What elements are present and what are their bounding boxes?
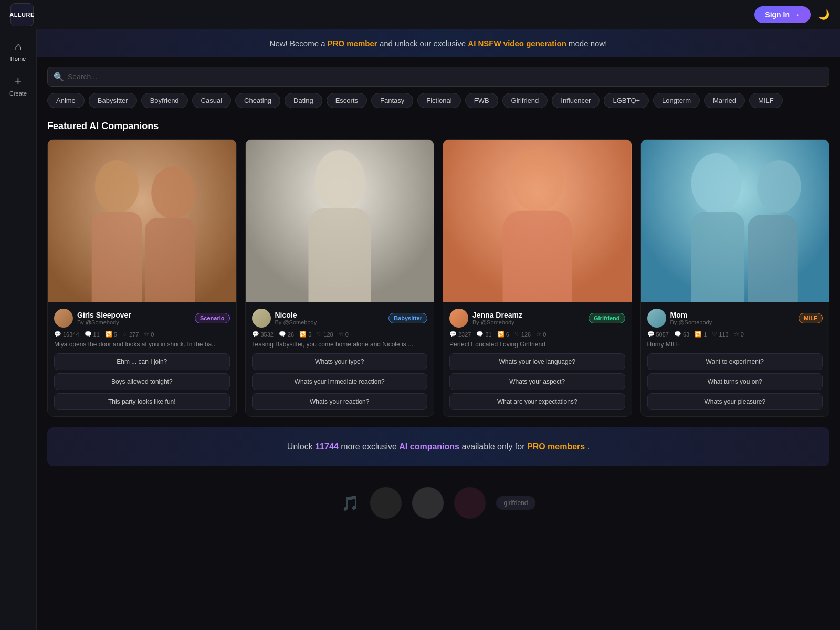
plus-icon: +	[15, 75, 22, 88]
tag-married[interactable]: Married	[704, 93, 745, 108]
card-by-3: By @Somebody	[472, 319, 522, 326]
stat-messages-4: 💬 5057	[647, 331, 669, 338]
card-desc-4: Horny MILF	[647, 341, 823, 348]
stat-stars-2: ☆ 0	[339, 331, 349, 338]
topbar-right: Sign In → 🌙	[754, 6, 830, 23]
card-stats-1: 💬 16344 🗨️ 11 🔁 5 ♡ 277 ☆ 0	[54, 331, 230, 338]
unlock-middle2: available only for	[461, 442, 527, 451]
unlock-middle: more exclusive	[341, 442, 399, 451]
prompt-3-0[interactable]: Whats your love language?	[449, 353, 625, 370]
card-2[interactable]: Nicole By @Somebody Babysitter 💬 3532 🗨️…	[245, 139, 435, 417]
card-header-1: Girls Sleepover By @Somebody Scenario	[54, 309, 230, 328]
card-image-1	[48, 140, 236, 302]
stat-messages-2: 💬 3532	[252, 331, 274, 338]
banner-pro: PRO member	[328, 39, 377, 48]
tag-cheating[interactable]: Cheating	[235, 93, 280, 108]
banner-nsfw: AI NSFW video generation	[468, 39, 566, 48]
prompt-3-1[interactable]: Whats your aspect?	[449, 373, 625, 390]
banner-middle: and unlock our exclusive	[380, 39, 468, 48]
card-badge-4: MILF	[799, 313, 823, 323]
tag-fwb[interactable]: FWB	[465, 93, 498, 108]
avatar-1	[54, 309, 73, 328]
search-input[interactable]	[47, 67, 830, 87]
main-content: New! Become a PRO member and unlock our …	[37, 29, 840, 630]
card-header-4: Mom By @Somebody MILF	[647, 309, 823, 328]
prompt-1-1[interactable]: Boys allowed tonight?	[54, 373, 230, 390]
card-3[interactable]: Jenna Dreamz By @Somebody Girlfriend 💬 2…	[443, 139, 632, 417]
tag-fantasy[interactable]: Fantasy	[371, 93, 413, 108]
card-by-1: By @Somebody	[77, 319, 131, 326]
svg-rect-10	[503, 211, 572, 302]
sidebar-item-home[interactable]: ⌂ Home	[10, 40, 26, 62]
tag-fictional[interactable]: Fictional	[417, 93, 460, 108]
prompt-4-1[interactable]: What turns you on?	[647, 373, 823, 390]
stat-messages-3: 💬 2327	[449, 331, 471, 338]
tag-milf[interactable]: MILF	[749, 93, 783, 108]
section-title: Featured AI Companions	[37, 117, 840, 139]
tag-babysitter[interactable]: Babysitter	[89, 93, 137, 108]
card-image-svg-4	[641, 140, 830, 302]
sidebar-item-label: Home	[10, 56, 26, 62]
stat-comments-4: 🗨️ 63	[674, 331, 689, 338]
tag-influencer[interactable]: Influencer	[552, 93, 600, 108]
tags-row: Anime Babysitter Boyfriend Casual Cheati…	[37, 93, 840, 117]
svg-rect-7	[308, 208, 371, 302]
prompt-3-2[interactable]: What are your expectations?	[449, 393, 625, 410]
tag-boyfriend[interactable]: Boyfriend	[141, 93, 188, 108]
prompt-1-2[interactable]: This party looks like fun!	[54, 393, 230, 410]
card-1[interactable]: Girls Sleepover By @Somebody Scenario 💬 …	[47, 139, 237, 417]
bottom-avatar-3	[454, 487, 486, 519]
card-name-3: Jenna Dreamz	[472, 311, 522, 319]
card-prompts-3: Whats your love language? Whats your asp…	[449, 353, 625, 410]
stat-reposts-1: 🔁 5	[105, 331, 117, 338]
card-stats-2: 💬 3532 🗨️ 26 🔁 5 ♡ 128 ☆ 0	[252, 331, 428, 338]
audio-icon: 🎵	[341, 495, 360, 512]
svg-point-12	[691, 153, 741, 214]
card-image-3	[443, 140, 632, 302]
unlock-prefix: Unlock	[287, 442, 315, 451]
card-desc-1: Miya opens the door and looks at you in …	[54, 341, 230, 348]
sidebar-item-create[interactable]: + Create	[9, 75, 27, 97]
prompt-4-2[interactable]: Whats your pleasure?	[647, 393, 823, 410]
stat-reposts-2: 🔁 5	[299, 331, 311, 338]
unlock-banner: Unlock 11744 more exclusive AI companion…	[47, 427, 830, 466]
stat-likes-2: ♡ 128	[317, 331, 333, 338]
card-avatar-name-2: Nicole By @Somebody	[252, 309, 317, 328]
tag-escorts[interactable]: Escorts	[327, 93, 367, 108]
card-by-4: By @Somebody	[670, 319, 712, 326]
svg-rect-4	[145, 218, 195, 302]
card-badge-1: Scenario	[195, 313, 229, 323]
card-image-svg-3	[443, 140, 632, 302]
card-prompts-1: Ehm ... can I join? Boys allowed tonight…	[54, 353, 230, 410]
tag-dating[interactable]: Dating	[285, 93, 322, 108]
card-avatar-name-4: Mom By @Somebody	[647, 309, 712, 328]
prompt-2-0[interactable]: Whats your type?	[252, 353, 428, 370]
card-by-2: By @Somebody	[275, 319, 317, 326]
sign-in-button[interactable]: Sign In →	[754, 6, 811, 23]
search-icon: 🔍	[54, 72, 64, 82]
tag-girlfriend[interactable]: Girlfriend	[502, 93, 548, 108]
unlock-pro: PRO members	[527, 442, 585, 451]
stat-likes-3: ♡ 126	[514, 331, 531, 338]
card-image-2	[246, 140, 434, 302]
card-name-1: Girls Sleepover	[77, 311, 131, 319]
card-header-2: Nicole By @Somebody Babysitter	[252, 309, 428, 328]
tag-anime[interactable]: Anime	[47, 93, 85, 108]
prompt-2-2[interactable]: Whats your reaction?	[252, 393, 428, 410]
prompt-4-0[interactable]: Want to experiment?	[647, 353, 823, 370]
tag-lgbtq[interactable]: LGBTQ+	[604, 93, 649, 108]
prompt-2-1[interactable]: Whats your immediate reaction?	[252, 373, 428, 390]
card-info-1: Girls Sleepover By @Somebody Scenario 💬 …	[48, 302, 236, 416]
tag-longterm[interactable]: Longterm	[653, 93, 700, 108]
logo-icon: ALLURE	[10, 3, 34, 26]
card-info-2: Nicole By @Somebody Babysitter 💬 3532 🗨️…	[246, 302, 434, 416]
prompt-1-0[interactable]: Ehm ... can I join?	[54, 353, 230, 370]
card-info-4: Mom By @Somebody MILF 💬 5057 🗨️ 63 🔁 1 ♡…	[641, 302, 830, 416]
svg-point-9	[511, 149, 563, 212]
theme-toggle-icon[interactable]: 🌙	[818, 9, 830, 20]
avatar-2	[252, 309, 271, 328]
card-4[interactable]: Mom By @Somebody MILF 💬 5057 🗨️ 63 🔁 1 ♡…	[640, 139, 830, 417]
card-name-2: Nicole	[275, 311, 317, 319]
banner-prefix: New! Become a	[270, 39, 328, 48]
tag-casual[interactable]: Casual	[192, 93, 231, 108]
